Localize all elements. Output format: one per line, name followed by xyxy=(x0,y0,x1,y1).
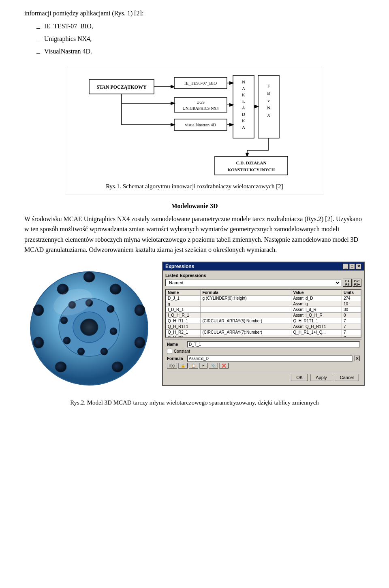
list-label-3: VisualNastran 4D. xyxy=(44,48,92,55)
svg-text:N: N xyxy=(242,79,245,84)
svg-point-56 xyxy=(135,337,145,348)
svg-text:N: N xyxy=(267,105,270,110)
bottom-section: Expressions _ □ ✕ Listed Expressions Nam… xyxy=(24,262,365,393)
svg-text:v: v xyxy=(267,98,270,103)
svg-text:UGS: UGS xyxy=(197,100,205,104)
svg-text:K: K xyxy=(242,118,245,123)
svg-point-48 xyxy=(100,348,108,355)
svg-point-58 xyxy=(55,362,66,372)
svg-rect-36 xyxy=(215,156,288,175)
ok-button[interactable]: OK xyxy=(291,374,308,381)
table-row[interactable]: Q_H_R37 xyxy=(166,335,361,338)
svg-text:B: B xyxy=(267,91,270,96)
svg-point-47 xyxy=(110,328,117,335)
svg-text:Ł: Ł xyxy=(242,99,245,104)
list-label-1: IE_TEST-07_BIO, xyxy=(44,23,93,30)
formula-close-btn[interactable]: ✕ xyxy=(354,356,360,361)
svg-text:KONSTRUKCYJNYCH: KONSTRUKCYJNYCH xyxy=(228,167,275,172)
svg-text:STAN POCZĄTKOWY: STAN POCZĄTKOWY xyxy=(96,84,147,90)
toolbar-btn-1[interactable]: P1P2 xyxy=(343,279,352,287)
dash-3: – xyxy=(36,48,40,59)
detail-section: Name Constant Formula ✕ f(x) 🔒 📋 ✂ xyxy=(165,339,361,372)
constant-checkbox[interactable] xyxy=(167,349,172,354)
dialog-footer: OK Apply Cancel xyxy=(165,372,361,383)
main-para: W środowisku MCAE Unigraphics NX4 został… xyxy=(24,214,365,255)
svg-point-44 xyxy=(80,319,98,336)
dialog-titlebar: Expressions _ □ ✕ xyxy=(163,262,364,271)
close-button[interactable]: ✕ xyxy=(356,264,361,269)
svg-point-53 xyxy=(83,272,95,282)
table-row[interactable]: gAssm::g10 xyxy=(166,301,361,307)
table-row[interactable]: Q_H_R1_1(CIRCULAR_ARRAY(5):Number)Q_H_R1… xyxy=(166,318,361,324)
named-dropdown[interactable]: Named xyxy=(165,279,341,286)
dialog-title: Expressions xyxy=(165,264,194,269)
dialog-toolbar: P1P2 P1+P2+ xyxy=(343,279,361,287)
section-title: Modelowanie 3D xyxy=(24,202,365,210)
detail-constant-row: Constant xyxy=(167,349,360,354)
formula-toolbar: f(x) 🔒 📋 ✂ 📎 ❌ xyxy=(167,363,360,369)
detail-formula-input[interactable] xyxy=(187,356,353,362)
table-row[interactable]: Q_H_R2_1(CIRCULAR_ARRAY(7):Number)Q_H_R1… xyxy=(166,329,361,335)
table-header: Name Formula Value Units xyxy=(166,290,361,295)
expressions-table: Name Formula Value Units D_J_1g (CYLINDE… xyxy=(166,290,361,338)
svg-point-55 xyxy=(135,305,145,316)
list-item-2: – Unigraphics NX4, xyxy=(36,35,365,46)
toolbar-btn-2[interactable]: P1+P2+ xyxy=(353,279,361,287)
detail-formula-row: Formula ✕ xyxy=(167,356,360,362)
algorithm-diagram: STAN POCZĄTKOWY IE_TEST-07_BIO UGS UNIGR… xyxy=(77,71,312,181)
figure2-caption: Rys.2. Model 3D MCAD tarczy młyna wielot… xyxy=(24,399,365,406)
svg-text:visualNastran 4D: visualNastran 4D xyxy=(185,122,216,127)
titlebar-buttons: _ □ ✕ xyxy=(343,264,361,269)
svg-point-46 xyxy=(107,305,114,313)
expressions-dialog: Expressions _ □ ✕ Listed Expressions Nam… xyxy=(162,262,365,386)
dash-2: – xyxy=(36,35,40,46)
svg-point-60 xyxy=(33,305,44,316)
table-row[interactable]: I_D_R_1Assm::I_d_R30 xyxy=(166,307,361,312)
svg-text:D: D xyxy=(242,112,245,117)
figure1-caption-text: Schemat algorytmu innowacji rozdrabniacz… xyxy=(123,183,283,190)
expressions-tbody: D_J_1g (CYLINDER(0):Height)Assm::d_D274g… xyxy=(166,295,361,338)
header-row: Name Formula Value Units xyxy=(166,290,361,295)
svg-point-49 xyxy=(77,348,85,355)
constant-label: Constant xyxy=(174,349,190,354)
formula-btn-del[interactable]: ❌ xyxy=(219,363,229,369)
formula-btn-clip[interactable]: 📎 xyxy=(209,363,218,369)
listed-expressions-label: Listed Expressions xyxy=(165,273,361,278)
col-units: Units xyxy=(342,290,361,295)
svg-text:X: X xyxy=(267,113,270,117)
figure1-caption-prefix: Rys.1. xyxy=(106,183,121,190)
disk-image-wrap xyxy=(24,262,154,393)
svg-text:F: F xyxy=(267,83,270,88)
svg-text:A: A xyxy=(242,125,245,130)
maximize-button[interactable]: □ xyxy=(349,264,355,269)
col-name: Name xyxy=(166,290,201,295)
svg-text:A: A xyxy=(242,105,245,110)
cancel-button[interactable]: Cancel xyxy=(335,374,359,381)
minimize-button[interactable]: _ xyxy=(343,264,348,269)
formula-btn-cut[interactable]: ✂ xyxy=(199,363,207,369)
detail-name-input[interactable] xyxy=(187,341,360,347)
listed-expressions-row: Listed Expressions Named P1P2 P1+P2+ xyxy=(165,273,361,287)
svg-text:IE_TEST-07_BIO: IE_TEST-07_BIO xyxy=(184,81,217,85)
list-item-1: – IE_TEST-07_BIO, xyxy=(36,23,365,34)
col-formula: Formula xyxy=(201,290,291,295)
expressions-table-wrapper[interactable]: Name Formula Value Units D_J_1g (CYLINDE… xyxy=(165,289,361,338)
figure1-caption: Rys.1. Schemat algorytmu innowacji rozdr… xyxy=(69,183,320,190)
formula-btn-copy[interactable]: 📋 xyxy=(189,363,198,369)
svg-point-51 xyxy=(60,317,68,324)
detail-name-label: Name xyxy=(167,342,186,347)
svg-point-59 xyxy=(33,337,44,348)
table-row[interactable]: I_Q_H_R_1Assm::I_Q_H_R0 xyxy=(166,312,361,318)
svg-text:A: A xyxy=(242,86,245,91)
intro-text: informacji pomiędzy aplikacjami (Rys. 1)… xyxy=(24,8,365,19)
apply-button[interactable]: Apply xyxy=(310,374,332,381)
formula-btn-lock[interactable]: 🔒 xyxy=(178,363,188,369)
formula-btn-fx[interactable]: f(x) xyxy=(167,363,177,369)
diagram-svg-wrap: STAN POCZĄTKOWY IE_TEST-07_BIO UGS UNIGR… xyxy=(69,71,320,181)
detail-formula-label: Formula xyxy=(167,356,186,361)
detail-name-row: Name xyxy=(167,341,360,347)
table-row[interactable]: D_J_1g (CYLINDER(0):Height)Assm::d_D274 xyxy=(166,295,361,301)
figure1-container: STAN POCZĄTKOWY IE_TEST-07_BIO UGS UNIGR… xyxy=(65,67,324,194)
table-row[interactable]: Q_H_R1T1Assm::Q_H_R1T17 xyxy=(166,324,361,329)
dialog-body: Listed Expressions Named P1P2 P1+P2+ Nam… xyxy=(163,271,364,385)
